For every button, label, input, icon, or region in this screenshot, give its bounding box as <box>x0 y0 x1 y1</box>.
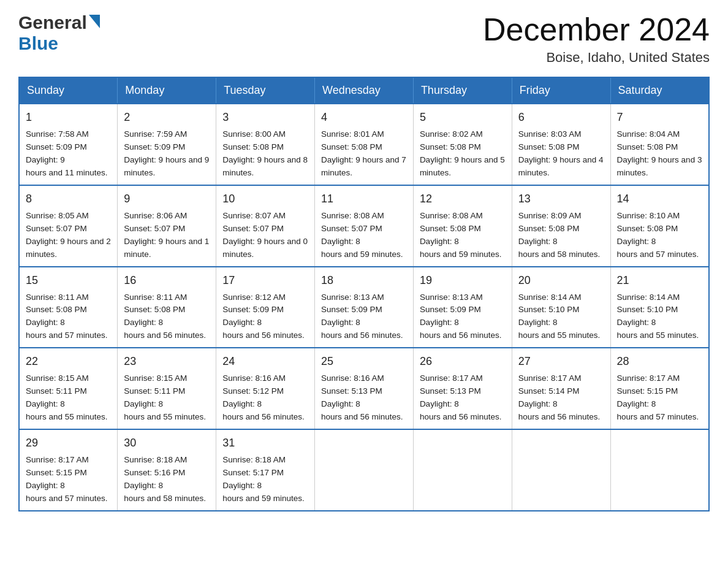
day-number: 7 <box>617 109 702 126</box>
page-header: General Blue December 2024 Boise, Idaho,… <box>18 12 710 66</box>
calendar-week-row: 29Sunrise: 8:17 AMSunset: 5:15 PMDayligh… <box>19 429 709 511</box>
day-info: Sunrise: 8:14 AMSunset: 5:10 PMDaylight:… <box>518 291 604 343</box>
day-info: Sunrise: 8:12 AMSunset: 5:09 PMDaylight:… <box>222 291 308 343</box>
calendar-cell: 6Sunrise: 8:03 AMSunset: 5:08 PMDaylight… <box>512 104 610 185</box>
day-info: Sunrise: 8:11 AMSunset: 5:08 PMDaylight:… <box>124 291 210 343</box>
calendar-cell: 15Sunrise: 8:11 AMSunset: 5:08 PMDayligh… <box>19 267 118 348</box>
day-info: Sunrise: 8:03 AMSunset: 5:08 PMDaylight:… <box>518 128 604 180</box>
day-number: 21 <box>617 272 702 289</box>
svg-marker-0 <box>89 15 100 28</box>
calendar-cell <box>512 429 610 511</box>
day-info: Sunrise: 8:18 AMSunset: 5:16 PMDaylight:… <box>124 454 210 505</box>
calendar-week-row: 8Sunrise: 8:05 AMSunset: 5:07 PMDaylight… <box>19 185 709 267</box>
day-info: Sunrise: 8:02 AMSunset: 5:08 PMDaylight:… <box>420 128 506 180</box>
day-number: 3 <box>222 109 308 126</box>
logo-blue: Blue <box>18 33 58 53</box>
calendar-cell: 18Sunrise: 8:13 AMSunset: 5:09 PMDayligh… <box>315 267 414 348</box>
calendar-cell: 26Sunrise: 8:17 AMSunset: 5:13 PMDayligh… <box>413 348 512 429</box>
calendar-cell: 9Sunrise: 8:06 AMSunset: 5:07 PMDaylight… <box>118 185 216 267</box>
page-subtitle: Boise, Idaho, United States <box>483 50 710 66</box>
day-info: Sunrise: 8:15 AMSunset: 5:11 PMDaylight:… <box>124 372 210 424</box>
calendar-cell: 31Sunrise: 8:18 AMSunset: 5:17 PMDayligh… <box>216 429 315 511</box>
logo-general: General <box>18 12 87 33</box>
column-header-sunday: Sunday <box>19 77 118 104</box>
day-number: 1 <box>26 109 111 126</box>
day-number: 12 <box>420 191 506 207</box>
calendar-cell <box>413 429 512 511</box>
calendar-cell: 29Sunrise: 8:17 AMSunset: 5:15 PMDayligh… <box>19 429 118 511</box>
calendar-cell: 24Sunrise: 8:16 AMSunset: 5:12 PMDayligh… <box>216 348 315 429</box>
calendar-cell: 23Sunrise: 8:15 AMSunset: 5:11 PMDayligh… <box>118 348 216 429</box>
calendar-cell: 3Sunrise: 8:00 AMSunset: 5:08 PMDaylight… <box>216 104 315 185</box>
day-number: 4 <box>321 109 407 126</box>
column-header-tuesday: Tuesday <box>216 77 315 104</box>
calendar-week-row: 1Sunrise: 7:58 AMSunset: 5:09 PMDaylight… <box>19 104 709 185</box>
day-info: Sunrise: 8:01 AMSunset: 5:08 PMDaylight:… <box>321 128 407 180</box>
day-number: 17 <box>222 272 308 289</box>
calendar-cell: 4Sunrise: 8:01 AMSunset: 5:08 PMDaylight… <box>315 104 414 185</box>
day-info: Sunrise: 8:13 AMSunset: 5:09 PMDaylight:… <box>420 291 506 343</box>
day-info: Sunrise: 8:11 AMSunset: 5:08 PMDaylight:… <box>26 291 111 343</box>
calendar-cell: 5Sunrise: 8:02 AMSunset: 5:08 PMDaylight… <box>413 104 512 185</box>
day-info: Sunrise: 8:14 AMSunset: 5:10 PMDaylight:… <box>617 291 702 343</box>
calendar-cell <box>610 429 709 511</box>
day-info: Sunrise: 8:06 AMSunset: 5:07 PMDaylight:… <box>124 210 210 261</box>
calendar-cell: 11Sunrise: 8:08 AMSunset: 5:07 PMDayligh… <box>315 185 414 267</box>
day-number: 6 <box>518 109 604 126</box>
day-info: Sunrise: 8:17 AMSunset: 5:15 PMDaylight:… <box>617 372 702 424</box>
calendar-cell: 20Sunrise: 8:14 AMSunset: 5:10 PMDayligh… <box>512 267 610 348</box>
day-number: 29 <box>26 435 111 451</box>
column-header-thursday: Thursday <box>413 77 512 104</box>
calendar-week-row: 15Sunrise: 8:11 AMSunset: 5:08 PMDayligh… <box>19 267 709 348</box>
calendar-cell: 21Sunrise: 8:14 AMSunset: 5:10 PMDayligh… <box>610 267 709 348</box>
day-number: 9 <box>124 191 210 207</box>
day-number: 20 <box>518 272 604 289</box>
column-header-monday: Monday <box>118 77 216 104</box>
logo: General Blue <box>18 12 100 54</box>
day-number: 19 <box>420 272 506 289</box>
day-info: Sunrise: 8:00 AMSunset: 5:08 PMDaylight:… <box>222 128 308 180</box>
day-number: 11 <box>321 191 407 207</box>
day-number: 25 <box>321 353 407 370</box>
calendar-cell: 17Sunrise: 8:12 AMSunset: 5:09 PMDayligh… <box>216 267 315 348</box>
day-number: 5 <box>420 109 506 126</box>
calendar-cell: 10Sunrise: 8:07 AMSunset: 5:07 PMDayligh… <box>216 185 315 267</box>
day-info: Sunrise: 8:17 AMSunset: 5:14 PMDaylight:… <box>518 372 604 424</box>
calendar-cell: 27Sunrise: 8:17 AMSunset: 5:14 PMDayligh… <box>512 348 610 429</box>
day-number: 27 <box>518 353 604 370</box>
day-number: 30 <box>124 435 210 451</box>
calendar-cell <box>315 429 414 511</box>
day-number: 13 <box>518 191 604 207</box>
day-info: Sunrise: 8:04 AMSunset: 5:08 PMDaylight:… <box>617 128 702 180</box>
day-info: Sunrise: 8:09 AMSunset: 5:08 PMDaylight:… <box>518 210 604 261</box>
calendar-cell: 14Sunrise: 8:10 AMSunset: 5:08 PMDayligh… <box>610 185 709 267</box>
day-info: Sunrise: 8:16 AMSunset: 5:13 PMDaylight:… <box>321 372 407 424</box>
day-info: Sunrise: 8:08 AMSunset: 5:07 PMDaylight:… <box>321 210 407 261</box>
column-header-saturday: Saturday <box>610 77 709 104</box>
calendar-cell: 13Sunrise: 8:09 AMSunset: 5:08 PMDayligh… <box>512 185 610 267</box>
page-title: December 2024 <box>483 12 710 47</box>
day-number: 15 <box>26 272 111 289</box>
calendar-header-row: SundayMondayTuesdayWednesdayThursdayFrid… <box>19 77 709 104</box>
day-number: 16 <box>124 272 210 289</box>
column-header-wednesday: Wednesday <box>315 77 414 104</box>
day-info: Sunrise: 8:18 AMSunset: 5:17 PMDaylight:… <box>222 454 308 505</box>
day-number: 26 <box>420 353 506 370</box>
column-header-friday: Friday <box>512 77 610 104</box>
calendar-cell: 2Sunrise: 7:59 AMSunset: 5:09 PMDaylight… <box>118 104 216 185</box>
calendar-cell: 22Sunrise: 8:15 AMSunset: 5:11 PMDayligh… <box>19 348 118 429</box>
day-info: Sunrise: 8:15 AMSunset: 5:11 PMDaylight:… <box>26 372 111 424</box>
day-number: 22 <box>26 353 111 370</box>
day-info: Sunrise: 7:58 AMSunset: 5:09 PMDaylight:… <box>26 128 111 180</box>
day-info: Sunrise: 8:13 AMSunset: 5:09 PMDaylight:… <box>321 291 407 343</box>
day-number: 8 <box>26 191 111 207</box>
day-number: 24 <box>222 353 308 370</box>
day-info: Sunrise: 8:17 AMSunset: 5:13 PMDaylight:… <box>420 372 506 424</box>
calendar-table: SundayMondayTuesdayWednesdayThursdayFrid… <box>18 77 710 511</box>
day-number: 18 <box>321 272 407 289</box>
day-info: Sunrise: 7:59 AMSunset: 5:09 PMDaylight:… <box>124 128 210 180</box>
day-info: Sunrise: 8:07 AMSunset: 5:07 PMDaylight:… <box>222 210 308 261</box>
calendar-cell: 12Sunrise: 8:08 AMSunset: 5:08 PMDayligh… <box>413 185 512 267</box>
calendar-cell: 7Sunrise: 8:04 AMSunset: 5:08 PMDaylight… <box>610 104 709 185</box>
calendar-cell: 16Sunrise: 8:11 AMSunset: 5:08 PMDayligh… <box>118 267 216 348</box>
